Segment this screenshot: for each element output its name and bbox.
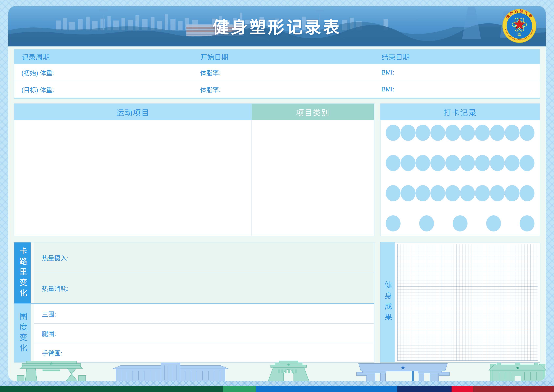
header-record-period: 记录周期	[14, 52, 193, 62]
wave-pattern-strip	[0, 381, 554, 386]
checkin-dot[interactable]	[505, 185, 519, 201]
target-weight-field[interactable]: (目标) 体重:	[14, 85, 193, 94]
exercise-items-writein-area[interactable]	[14, 120, 252, 236]
exercise-items-header: 运动项目	[14, 104, 252, 120]
footer-bar-red	[452, 386, 473, 392]
checkin-dot[interactable]	[430, 125, 445, 141]
results-graph-paper[interactable]	[397, 244, 538, 361]
header-end-date: 结束日期	[374, 52, 540, 62]
header-start-date: 开始日期	[193, 52, 374, 62]
target-bmi-field[interactable]: BMI:	[374, 86, 540, 93]
checkin-dot[interactable]	[386, 125, 400, 141]
target-bodyfat-field[interactable]: 体脂率:	[193, 85, 374, 94]
header-banner: 健身塑形记录表 国防科技大学	[8, 6, 546, 46]
teal-gate-tower-icon	[263, 360, 314, 381]
footer-bar-navy	[397, 386, 452, 392]
leg-girth-field[interactable]: 腿围:	[34, 324, 374, 343]
label-gap	[31, 242, 34, 303]
footer-bar-green	[223, 386, 256, 392]
checkin-dot[interactable]	[445, 185, 460, 201]
exercise-panel: 运动项目 项目类别	[14, 103, 374, 236]
checkin-dot[interactable]	[386, 155, 400, 171]
checkin-dot[interactable]	[490, 185, 505, 201]
exercise-panel-body	[14, 120, 374, 236]
label-gap	[31, 304, 34, 362]
footer-bar-darkred	[473, 386, 554, 392]
blue-classical-building-icon	[112, 363, 229, 381]
calorie-intake-field[interactable]: 热量摄入:	[34, 242, 374, 273]
checkin-dot[interactable]	[445, 125, 460, 141]
checkin-dot[interactable]	[386, 215, 400, 231]
bottom-section: 卡路里变化 热量摄入: 热量消耗: 围度变化 三围: 腿围: 手臂围: 健身成果	[14, 242, 540, 363]
checkin-dot[interactable]	[486, 215, 501, 231]
initial-stats-row[interactable]: (初始) 体重: 体脂率: BMI:	[14, 64, 540, 81]
exercise-category-header: 项目类别	[252, 104, 374, 120]
checkin-grid	[380, 120, 540, 236]
checkin-dot[interactable]	[401, 125, 415, 141]
checkin-dot[interactable]	[460, 185, 475, 201]
checkin-dot[interactable]	[401, 185, 415, 201]
results-panel: 健身成果	[380, 242, 540, 363]
page-title: 健身塑形记录表	[8, 14, 546, 38]
calorie-burn-field[interactable]: 热量消耗:	[34, 273, 374, 303]
checkin-dot[interactable]	[460, 125, 475, 141]
changes-panel: 卡路里变化 热量摄入: 热量消耗: 围度变化 三围: 腿围: 手臂围:	[14, 242, 374, 363]
initial-bodyfat-field[interactable]: 体脂率:	[193, 68, 374, 77]
fitness-results-label: 健身成果	[380, 242, 395, 362]
exercise-category-writein-area[interactable]	[252, 120, 374, 236]
footer-bar-blue	[256, 386, 397, 392]
checkin-dot[interactable]	[460, 155, 475, 171]
checkin-dot[interactable]	[430, 155, 445, 171]
checkin-dot[interactable]	[430, 185, 445, 201]
checkin-dot[interactable]	[415, 155, 430, 171]
checkin-dot[interactable]	[505, 155, 519, 171]
checkin-dot[interactable]	[415, 185, 430, 201]
girth-change-group: 围度变化 三围: 腿围: 手臂围:	[14, 304, 374, 362]
teal-gate-icon	[16, 361, 87, 381]
checkin-dot[interactable]	[505, 125, 519, 141]
checkin-dot[interactable]	[419, 215, 434, 231]
checkin-dot[interactable]	[520, 125, 534, 141]
checkin-dot[interactable]	[490, 125, 505, 141]
info-table-header-row: 记录周期 开始日期 结束日期	[14, 49, 540, 64]
checkin-dot[interactable]	[520, 215, 534, 231]
target-stats-row[interactable]: (目标) 体重: 体脂率: BMI:	[14, 81, 540, 98]
measurements-field[interactable]: 三围:	[34, 304, 374, 324]
exercise-panel-headers: 运动项目 项目类别	[14, 104, 374, 120]
checkin-dot[interactable]	[445, 155, 460, 171]
checkin-dot[interactable]	[490, 155, 505, 171]
university-emblem-icon: 国防科技大学 NATIONAL UNIVERSITY OF DEFENSE TE…	[502, 9, 537, 43]
checkin-panel: 打卡记录	[380, 103, 540, 236]
blue-school-gate-icon	[356, 362, 450, 381]
checkin-dot[interactable]	[520, 155, 534, 171]
middle-section: 运动项目 项目类别 打卡记录	[14, 103, 540, 236]
checkin-dot[interactable]	[475, 185, 490, 201]
checkin-header: 打卡记录	[380, 104, 540, 120]
basic-info-table: 记录周期 开始日期 结束日期 (初始) 体重: 体脂率: BMI: (目标) 体…	[14, 49, 540, 98]
calorie-change-group: 卡路里变化 热量摄入: 热量消耗:	[14, 242, 374, 304]
initial-weight-field[interactable]: (初始) 体重:	[14, 68, 193, 77]
footer-bar-darkgreen	[0, 386, 223, 392]
form-card: 健身塑形记录表 国防科技大学	[8, 6, 546, 381]
university-emblem: 国防科技大学 NATIONAL UNIVERSITY OF DEFENSE TE…	[502, 9, 537, 43]
calorie-change-label: 卡路里变化	[14, 242, 31, 303]
checkin-dot[interactable]	[475, 155, 490, 171]
teal-wide-building-icon	[487, 363, 546, 381]
checkin-dot[interactable]	[386, 185, 400, 201]
checkin-dot[interactable]	[401, 155, 415, 171]
checkin-dot[interactable]	[415, 125, 430, 141]
checkin-dot[interactable]	[520, 185, 534, 201]
page-background: { "page": { "title": "健身塑形记录表" }, "logo"…	[0, 0, 554, 392]
checkin-dot[interactable]	[475, 125, 490, 141]
calorie-rows: 热量摄入: 热量消耗:	[34, 242, 374, 303]
initial-bmi-field[interactable]: BMI:	[374, 69, 540, 76]
checkin-dot[interactable]	[453, 215, 468, 231]
footer-color-bar	[0, 386, 554, 392]
campus-buildings-footer	[8, 357, 546, 381]
girth-change-label: 围度变化	[14, 304, 31, 362]
girth-rows: 三围: 腿围: 手臂围:	[34, 304, 374, 362]
